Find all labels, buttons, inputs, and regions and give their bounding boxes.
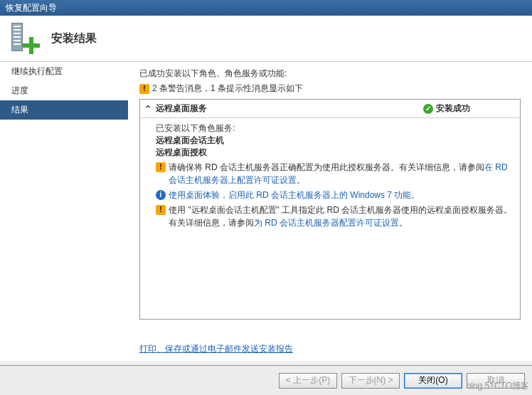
page-title: 安装结果 xyxy=(51,31,97,46)
back-button: < 上一步(P) xyxy=(279,373,337,389)
watermark: blog 51CTO博客 xyxy=(467,380,529,392)
warning-icon xyxy=(156,205,166,215)
message-2-text[interactable]: 使用桌面体验，启用此 RD 会话主机服务器上的 Windows 7 功能。 xyxy=(169,189,513,201)
close-button[interactable]: 关闭(O) xyxy=(404,373,462,389)
warning-icon xyxy=(139,84,149,94)
collapse-icon[interactable]: ⌃ xyxy=(144,104,153,114)
service-1: 远程桌面会话主机 xyxy=(156,135,513,147)
result-body: 已安装以下角色服务: 远程桌面会话主机 远程桌面授权 请确保将 RD 会话主机服… xyxy=(140,118,520,236)
services-intro: 已安装以下角色服务: xyxy=(156,122,513,135)
summary-text: 2 条警告消息，1 条提示性消息显示如下 xyxy=(152,83,303,95)
wizard-header: 安装结果 xyxy=(0,16,532,62)
content-pane: 已成功安装以下角色、角色服务或功能: 2 条警告消息，1 条提示性消息显示如下 … xyxy=(128,62,532,361)
sidebar-item-result[interactable]: 结果 xyxy=(0,100,128,120)
success-icon xyxy=(423,104,433,114)
service-2: 远程桌面授权 xyxy=(156,147,513,159)
message-1-text: 请确保将 RD 会话主机服务器正确配置为使用此授权服务器。有关详细信息，请参阅在… xyxy=(169,161,513,186)
sidebar: 继续执行配置 进度 结果 xyxy=(0,62,128,361)
server-install-icon xyxy=(7,21,41,56)
message-row-1: 请确保将 RD 会话主机服务器正确配置为使用此授权服务器。有关详细信息，请参阅在… xyxy=(156,161,513,186)
install-status: 安装成功 xyxy=(423,102,516,115)
wizard-body: 继续执行配置 进度 结果 已成功安装以下角色、角色服务或功能: 2 条警告消息，… xyxy=(0,62,532,361)
info-icon xyxy=(156,190,166,200)
message-row-2: 使用桌面体验，启用此 RD 会话主机服务器上的 Windows 7 功能。 xyxy=(156,189,513,201)
sidebar-item-progress[interactable]: 进度 xyxy=(0,81,128,100)
window-title: 恢复配置向导 xyxy=(6,3,57,13)
intro-text: 已成功安装以下角色、角色服务或功能: xyxy=(139,68,521,80)
result-header[interactable]: ⌃ 远程桌面服务 安装成功 xyxy=(140,100,520,118)
message-row-3: 使用 "远程桌面会话主机配置" 工具指定此 RD 会话主机服务器使用的远程桌面授… xyxy=(156,204,513,229)
rd-license-link-2[interactable]: 为 RD 会话主机服务器配置许可证设置 xyxy=(254,218,399,228)
next-button: 下一步(N) > xyxy=(341,373,400,389)
result-box: ⌃ 远程桌面服务 安装成功 已安装以下角色服务: 远程桌面会话主机 远程桌面授权… xyxy=(139,99,521,320)
wizard-footer: < 上一步(P) 下一步(N) > 关闭(O) 取消 xyxy=(0,365,532,395)
summary-row: 2 条警告消息，1 条提示性消息显示如下 xyxy=(139,83,521,95)
role-name: 远程桌面服务 xyxy=(156,102,423,115)
window-titlebar: 恢复配置向导 xyxy=(0,0,532,16)
warning-icon xyxy=(156,162,166,172)
sidebar-item-continue[interactable]: 继续执行配置 xyxy=(0,62,128,81)
report-link[interactable]: 打印、保存或通过电子邮件发送安装报告 xyxy=(139,343,293,355)
message-3-text: 使用 "远程桌面会话主机配置" 工具指定此 RD 会话主机服务器使用的远程桌面授… xyxy=(169,204,513,229)
